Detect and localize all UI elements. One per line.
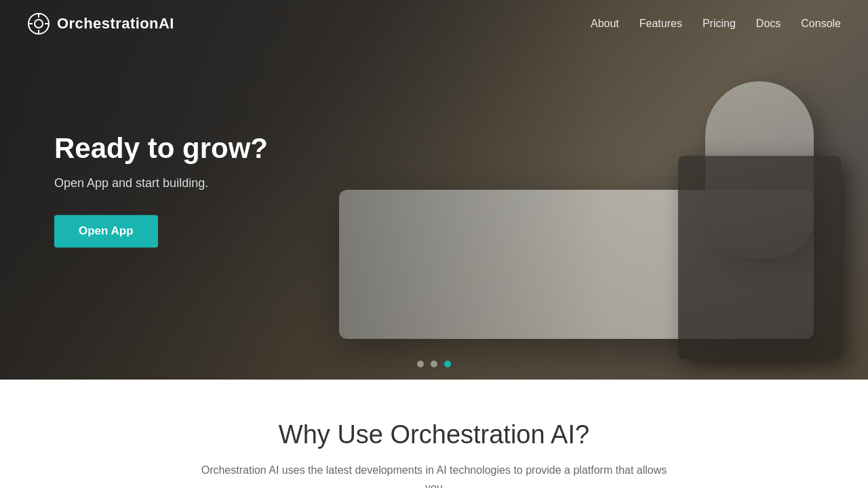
why-section: Why Use Orchestration AI? Orchestration … [0, 380, 868, 488]
navbar: OrchestrationAI About Features Pricing D… [0, 0, 868, 47]
hero-section: Ready to grow? Open App and start buildi… [0, 0, 868, 380]
slider-dot-2[interactable] [431, 361, 437, 367]
nav-features[interactable]: Features [639, 18, 682, 29]
slider-dot-1[interactable] [417, 361, 424, 367]
nav-about[interactable]: About [591, 18, 619, 29]
logo-icon [27, 12, 50, 35]
nav-pricing[interactable]: Pricing [703, 18, 736, 29]
nav-links: About Features Pricing Docs Console [591, 18, 841, 30]
hero-content: Ready to grow? Open App and start buildi… [54, 131, 268, 247]
hero-subtitle: Open App and start building. [54, 177, 268, 191]
why-section-title: Why Use Orchestration AI? [27, 420, 841, 449]
hero-title: Ready to grow? [54, 131, 268, 165]
slider-dot-3[interactable] [444, 361, 451, 367]
logo-link[interactable]: OrchestrationAI [27, 12, 174, 35]
slider-dots [417, 361, 451, 367]
why-section-subtitle: Orchestration AI uses the latest develop… [197, 462, 671, 488]
logo-text: OrchestrationAI [57, 15, 174, 33]
nav-console[interactable]: Console [801, 18, 841, 29]
nav-docs[interactable]: Docs [756, 18, 781, 29]
svg-point-1 [35, 20, 43, 28]
open-app-button[interactable]: Open App [54, 216, 158, 248]
